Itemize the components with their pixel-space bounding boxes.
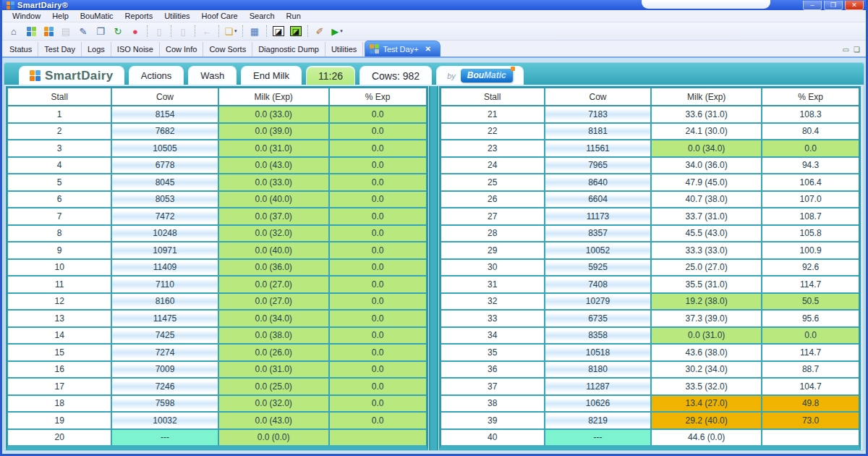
pct-exp-cell[interactable]: 105.8 xyxy=(762,226,859,242)
cow-cell[interactable]: 7682 xyxy=(112,124,218,140)
milk-cell[interactable]: 25.0 (27.0) xyxy=(652,260,762,276)
actions-button[interactable]: Actions xyxy=(129,66,184,85)
stall-cell[interactable]: 36 xyxy=(441,362,545,378)
milk-cell[interactable]: 34.0 (36.0) xyxy=(652,158,762,174)
menu-help[interactable]: Help xyxy=(46,11,75,21)
stall-cell[interactable]: 23 xyxy=(441,140,545,156)
tab-cow-sorts[interactable]: Cow Sorts xyxy=(203,42,252,56)
cascade-windows-icon[interactable]: ❐ xyxy=(93,24,109,38)
pct-exp-cell[interactable]: 0.0 xyxy=(330,276,426,292)
pct-exp-cell[interactable]: 100.9 xyxy=(762,242,859,258)
milk-cell[interactable]: 33.3 (33.0) xyxy=(652,242,762,258)
milk-cell[interactable]: 29.2 (40.0) xyxy=(652,413,762,428)
folder-icon[interactable]: ❏▾ xyxy=(223,24,239,38)
cow-cell[interactable]: 7110 xyxy=(112,276,218,292)
run-play-icon[interactable]: ▶▾ xyxy=(329,24,345,38)
cow-cell[interactable]: 8160 xyxy=(112,294,218,310)
milk-cell[interactable]: 35.5 (31.0) xyxy=(652,276,762,292)
cow-cell[interactable]: 10052 xyxy=(545,242,652,258)
stall-cell[interactable]: 28 xyxy=(441,226,545,242)
cow-cell[interactable]: --- xyxy=(545,430,652,446)
cow-cell[interactable]: 8181 xyxy=(545,124,652,140)
contrast-green-icon[interactable]: ◪ xyxy=(288,24,304,38)
milk-cell[interactable]: 13.4 (27.0) xyxy=(652,396,762,412)
pct-exp-cell[interactable]: 0.0 xyxy=(330,158,426,174)
cow-cell[interactable]: 10279 xyxy=(545,294,652,310)
menu-window[interactable]: Window xyxy=(7,11,46,21)
pct-exp-cell[interactable]: 88.7 xyxy=(762,362,859,378)
stall-cell[interactable]: 33 xyxy=(441,311,545,326)
stall-cell[interactable]: 21 xyxy=(441,106,545,122)
pct-exp-cell[interactable]: 114.7 xyxy=(762,345,859,360)
cow-cell[interactable]: 10248 xyxy=(112,226,218,242)
tab-utilities[interactable]: Utilities xyxy=(326,42,363,56)
stall-cell[interactable]: 35 xyxy=(441,345,545,360)
milk-cell[interactable]: 0.0 (37.0) xyxy=(219,208,330,224)
stall-cell[interactable]: 19 xyxy=(8,413,112,428)
home-icon[interactable]: ⌂ xyxy=(6,24,22,38)
pct-exp-cell[interactable]: 0.0 xyxy=(330,124,426,140)
pct-exp-cell[interactable]: 107.0 xyxy=(762,192,859,208)
milk-cell[interactable]: 0.0 (39.0) xyxy=(219,124,330,140)
cow-cell[interactable]: 6778 xyxy=(112,158,218,174)
tab-logs[interactable]: Logs xyxy=(82,42,111,56)
close-button[interactable]: ✕ xyxy=(845,1,864,10)
milk-cell[interactable]: 0.0 (31.0) xyxy=(652,328,762,344)
stall-cell[interactable]: 10 xyxy=(8,260,112,276)
pct-exp-cell[interactable]: 94.3 xyxy=(762,158,859,174)
tab-test-day-plus[interactable]: Test Day+ ✕ xyxy=(365,41,441,56)
report-edit-icon[interactable]: ✎ xyxy=(75,24,91,38)
contrast-white-icon[interactable]: ◪ xyxy=(271,24,286,38)
cow-cell[interactable]: 8219 xyxy=(545,413,652,428)
milk-cell[interactable]: 44.6 (0.0) xyxy=(652,430,762,446)
milk-cell[interactable]: 0.0 (40.0) xyxy=(219,242,330,258)
cow-cell[interactable]: 6735 xyxy=(545,311,652,326)
menu-hoof-care[interactable]: Hoof Care xyxy=(196,11,244,21)
pct-exp-cell[interactable]: 0.0 xyxy=(330,260,426,276)
tab-close-icon[interactable]: ✕ xyxy=(425,45,431,53)
milk-cell[interactable]: 0.0 (31.0) xyxy=(219,362,330,378)
smartdairy-logo-icon[interactable] xyxy=(41,24,56,38)
stall-cell[interactable]: 12 xyxy=(8,294,112,310)
cow-cell[interactable]: 8357 xyxy=(545,226,652,242)
pct-exp-cell[interactable]: 104.7 xyxy=(762,379,859,394)
stall-cell[interactable]: 31 xyxy=(441,276,545,292)
brush-icon[interactable]: ✐ xyxy=(312,24,328,38)
pct-exp-cell[interactable]: 0.0 xyxy=(330,174,426,190)
pct-exp-cell[interactable]: 0.0 xyxy=(330,362,426,378)
stall-cell[interactable]: 40 xyxy=(441,430,545,446)
pct-exp-cell[interactable]: 0.0 xyxy=(330,328,426,344)
stall-cell[interactable]: 30 xyxy=(441,260,545,276)
stall-cell[interactable]: 13 xyxy=(8,311,112,326)
stall-cell[interactable]: 17 xyxy=(8,379,112,394)
cow-cell[interactable]: 6604 xyxy=(545,192,652,208)
tab-cow-info[interactable]: Cow Info xyxy=(160,42,203,56)
cow-cell[interactable]: 7425 xyxy=(112,328,218,344)
cow-cell[interactable]: 8154 xyxy=(112,106,218,122)
parlor-grid-icon[interactable] xyxy=(23,24,39,38)
milk-cell[interactable]: 0.0 (34.0) xyxy=(652,140,762,156)
milk-cell[interactable]: 0.0 (25.0) xyxy=(219,379,330,394)
stall-cell[interactable]: 8 xyxy=(8,226,112,242)
stall-cell[interactable]: 15 xyxy=(8,345,112,360)
stall-cell[interactable]: 25 xyxy=(441,174,545,190)
milk-cell[interactable]: 33.5 (32.0) xyxy=(652,379,762,394)
pct-exp-cell[interactable]: 0.0 xyxy=(330,396,426,412)
milk-cell[interactable]: 0.0 (43.0) xyxy=(219,413,330,428)
cow-cell[interactable]: 8053 xyxy=(112,192,218,208)
refresh-icon[interactable]: ↻ xyxy=(110,24,126,38)
stall-cell[interactable]: 24 xyxy=(441,158,545,174)
stall-cell[interactable]: 6 xyxy=(8,192,112,208)
cow-cell[interactable]: 10505 xyxy=(112,140,218,156)
milk-cell[interactable]: 0.0 (34.0) xyxy=(219,311,330,326)
pct-exp-cell[interactable]: 0.0 xyxy=(330,208,426,224)
cow-cell[interactable]: 7009 xyxy=(112,362,218,378)
milk-cell[interactable]: 19.2 (38.0) xyxy=(652,294,762,310)
milk-cell[interactable]: 0.0 (38.0) xyxy=(219,328,330,344)
cow-cell[interactable]: 11409 xyxy=(112,260,218,276)
stall-cell[interactable]: 14 xyxy=(8,328,112,344)
milk-cell[interactable]: 24.1 (30.0) xyxy=(652,124,762,140)
menu-reports[interactable]: Reports xyxy=(119,11,159,21)
pct-exp-cell[interactable]: 95.6 xyxy=(762,311,859,326)
minimize-pane-icon[interactable]: ▭ xyxy=(843,46,849,54)
